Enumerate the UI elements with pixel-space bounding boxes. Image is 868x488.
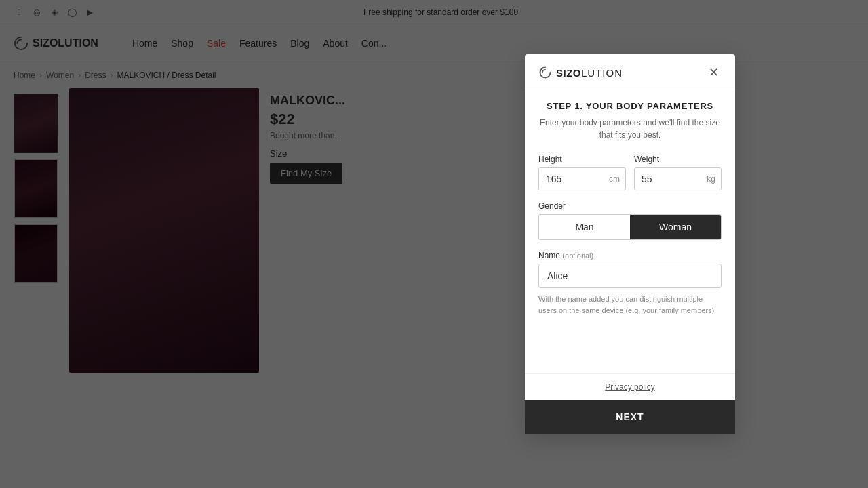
weight-input-wrapper: kg — [634, 167, 722, 190]
gender-woman-button[interactable]: Woman — [630, 215, 721, 239]
height-field-group: Height cm — [538, 155, 626, 190]
step-description: Enter your body parameters and we'll fin… — [538, 117, 722, 141]
height-input-wrapper: cm — [538, 167, 626, 190]
name-input[interactable] — [538, 264, 722, 288]
modal-logo: SIZOLUTION — [538, 66, 623, 79]
weight-field-group: Weight kg — [634, 155, 722, 190]
body-parameters-modal: SIZOLUTION ✕ STEP 1. YOUR BODY PARAMETER… — [525, 54, 735, 434]
next-button[interactable]: NEXT — [536, 411, 724, 422]
gender-selector: Man Woman — [538, 214, 722, 240]
modal-close-button[interactable]: ✕ — [706, 65, 722, 80]
weight-unit: kg — [704, 169, 721, 189]
gender-man-button[interactable]: Man — [539, 215, 630, 239]
modal-overlay — [0, 0, 868, 488]
privacy-policy-link[interactable]: Privacy policy — [605, 382, 654, 392]
height-label: Height — [538, 155, 626, 164]
modal-logo-text: SIZOLUTION — [556, 67, 623, 79]
weight-label: Weight — [634, 155, 722, 164]
name-label: Name (optional) — [538, 251, 722, 260]
modal-body: STEP 1. YOUR BODY PARAMETERS Enter your … — [525, 87, 735, 373]
height-weight-row: Height cm Weight kg — [538, 155, 722, 190]
height-unit: cm — [606, 169, 625, 189]
name-field-group: Name (optional) With the name added you … — [538, 251, 722, 316]
step-title: STEP 1. YOUR BODY PARAMETERS — [538, 101, 722, 111]
next-button-area: NEXT — [525, 400, 735, 434]
name-hint: With the name added you can distinguish … — [538, 293, 722, 316]
modal-footer: Privacy policy — [525, 373, 735, 400]
height-input[interactable] — [539, 168, 606, 190]
modal-header: SIZOLUTION ✕ — [525, 54, 735, 87]
modal-logo-icon — [538, 66, 552, 79]
gender-label: Gender — [538, 201, 722, 211]
weight-input[interactable] — [635, 168, 704, 190]
